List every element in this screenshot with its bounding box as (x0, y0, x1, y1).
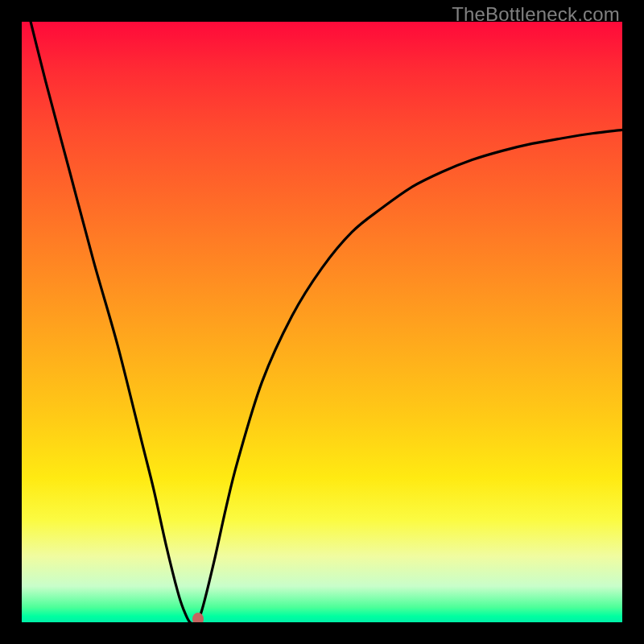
minimum-marker (192, 613, 204, 622)
bottleneck-curve (22, 22, 622, 622)
plot-area (22, 22, 622, 622)
chart-frame: TheBottleneck.com (0, 0, 644, 644)
